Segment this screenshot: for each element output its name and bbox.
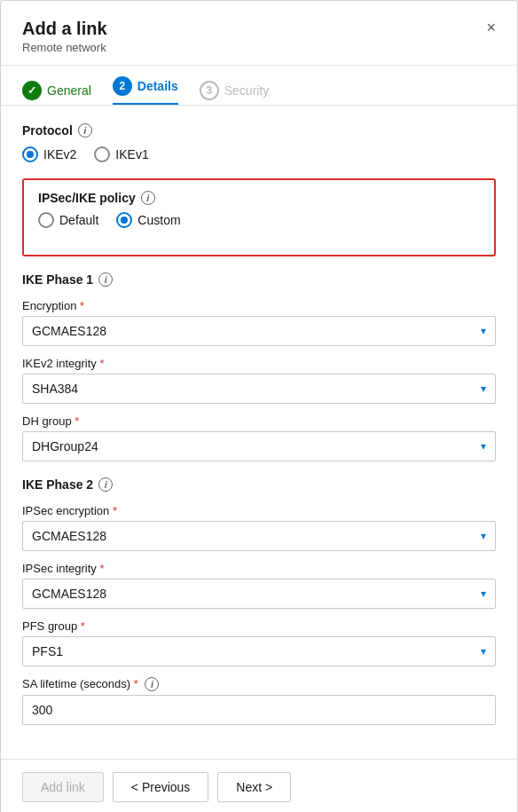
- step-security-circle: 3: [200, 81, 219, 100]
- phase2-sa-lifetime-field: SA lifetime (seconds) * i: [22, 677, 496, 725]
- add-link-dialog: Add a link Remote network × ✓ General 2 …: [0, 0, 518, 812]
- dialog-header: Add a link Remote network ×: [1, 1, 517, 66]
- dialog-content: Protocol i IKEv2 IKEv1 IPSec/IKE policy …: [1, 106, 517, 759]
- phase1-integrity-arrow: ▾: [481, 382, 486, 395]
- phase1-integrity-label: IKEv2 integrity *: [22, 357, 496, 370]
- ike-phase1-title: IKE Phase 1 i: [22, 272, 496, 287]
- phase2-ipsec-integrity-label: IPSec integrity *: [22, 562, 496, 575]
- phase1-integrity-field: IKEv2 integrity * SHA384 ▾: [22, 357, 496, 404]
- ipsec-policy-radio-group: Default Custom: [38, 212, 480, 228]
- protocol-ikev2-label: IKEv2: [43, 147, 76, 162]
- policy-custom-option[interactable]: Custom: [116, 212, 180, 228]
- phase1-encryption-label: Encryption *: [22, 299, 496, 312]
- phase1-dh-label: DH group *: [22, 414, 496, 428]
- ike-phase1-info-icon[interactable]: i: [98, 272, 113, 287]
- dialog-subtitle: Remote network: [22, 41, 496, 54]
- phase2-sa-lifetime-input[interactable]: [22, 695, 496, 725]
- previous-button[interactable]: < Previous: [113, 772, 209, 802]
- protocol-info-icon[interactable]: i: [78, 123, 92, 138]
- step-general-circle: ✓: [22, 81, 42, 100]
- phase1-integrity-dropdown[interactable]: SHA384 ▾: [22, 374, 496, 404]
- protocol-ikev2-radio[interactable]: [22, 146, 38, 162]
- ipsec-policy-box: IPSec/IKE policy i Default Custom: [22, 178, 496, 256]
- step-details-circle: 2: [113, 76, 132, 96]
- step-details[interactable]: 2 Details: [113, 76, 178, 105]
- protocol-ikev2-option[interactable]: IKEv2: [22, 146, 76, 162]
- policy-default-option[interactable]: Default: [38, 212, 98, 228]
- ike-phase2-section: IKE Phase 2 i IPSec encryption * GCMAES1…: [22, 477, 496, 725]
- step-details-label: Details: [137, 79, 178, 93]
- step-security[interactable]: 3 Security: [200, 76, 270, 105]
- protocol-section-label: Protocol i: [22, 123, 496, 138]
- add-link-button[interactable]: Add link: [22, 772, 104, 802]
- ike-phase2-info-icon[interactable]: i: [98, 477, 113, 492]
- phase2-ipsec-encryption-field: IPSec encryption * GCMAES128 ▾: [22, 504, 496, 551]
- protocol-ikev1-label: IKEv1: [115, 147, 148, 162]
- close-button[interactable]: ×: [479, 15, 503, 41]
- step-general[interactable]: ✓ General: [22, 76, 91, 105]
- policy-custom-radio[interactable]: [116, 212, 132, 228]
- ike-phase1-section: IKE Phase 1 i Encryption * GCMAES128 ▾ I…: [22, 272, 496, 461]
- phase2-ipsec-integrity-dropdown[interactable]: GCMAES128 ▾: [22, 579, 496, 609]
- phase2-pfs-label: PFS group *: [22, 619, 496, 633]
- phase2-sa-lifetime-label: SA lifetime (seconds) * i: [22, 677, 496, 691]
- ipsec-policy-info-icon[interactable]: i: [141, 191, 155, 205]
- policy-default-radio[interactable]: [38, 212, 54, 228]
- wizard-steps: ✓ General 2 Details 3 Security: [1, 66, 517, 106]
- dialog-title: Add a link: [22, 19, 496, 39]
- next-button[interactable]: Next >: [217, 772, 291, 802]
- protocol-ikev1-radio[interactable]: [94, 146, 110, 162]
- phase2-pfs-field: PFS group * PFS1 ▾: [22, 619, 496, 666]
- phase1-dh-arrow: ▾: [481, 440, 486, 453]
- phase1-encryption-field: Encryption * GCMAES128 ▾: [22, 299, 496, 346]
- phase1-encryption-dropdown[interactable]: GCMAES128 ▾: [22, 316, 496, 346]
- dialog-footer: Add link < Previous Next >: [1, 759, 517, 812]
- phase2-ipsec-encryption-dropdown[interactable]: GCMAES128 ▾: [22, 521, 496, 551]
- step-security-label: Security: [224, 83, 270, 98]
- phase2-pfs-dropdown[interactable]: PFS1 ▾: [22, 636, 496, 666]
- ipsec-policy-label: IPSec/IKE policy i: [38, 191, 480, 205]
- sa-lifetime-info-icon[interactable]: i: [145, 677, 159, 691]
- policy-default-label: Default: [59, 213, 98, 227]
- phase1-dh-field: DH group * DHGroup24 ▾: [22, 414, 496, 461]
- phase2-ipsec-integrity-arrow: ▾: [481, 587, 486, 600]
- protocol-radio-group: IKEv2 IKEv1: [22, 146, 496, 162]
- phase2-ipsec-integrity-field: IPSec integrity * GCMAES128 ▾: [22, 562, 496, 609]
- step-general-label: General: [47, 83, 91, 98]
- phase2-ipsec-encryption-arrow: ▾: [481, 530, 486, 542]
- phase1-dh-dropdown[interactable]: DHGroup24 ▾: [22, 431, 496, 461]
- phase2-ipsec-encryption-label: IPSec encryption *: [22, 504, 496, 517]
- protocol-ikev1-option[interactable]: IKEv1: [94, 146, 148, 162]
- policy-custom-label: Custom: [137, 213, 180, 227]
- ike-phase2-title: IKE Phase 2 i: [22, 477, 496, 492]
- phase1-encryption-arrow: ▾: [481, 325, 486, 337]
- phase2-pfs-arrow: ▾: [481, 645, 486, 658]
